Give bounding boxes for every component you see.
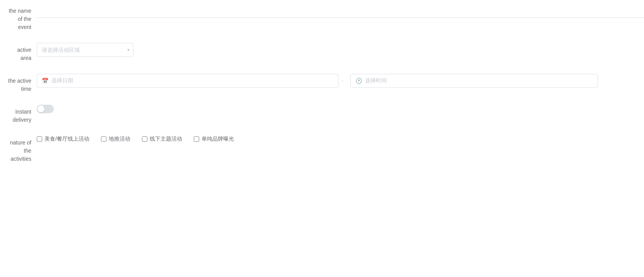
form-container: the name of the event active area 请选择活动区… xyxy=(0,0,644,167)
instant-field xyxy=(37,105,644,113)
time-picker[interactable]: 🕐 选择时间 xyxy=(350,74,598,88)
calendar-icon: 📅 xyxy=(42,78,48,84)
date-separator: - xyxy=(342,78,343,84)
checkbox-brand-label: 单纯品牌曝光 xyxy=(202,136,234,143)
instant-delivery-toggle[interactable] xyxy=(37,105,54,113)
checkbox-item-brand[interactable]: 单纯品牌曝光 xyxy=(194,136,234,143)
name-row: the name of the event xyxy=(0,0,644,35)
checkbox-offline-label: 线下主题活动 xyxy=(150,136,182,143)
area-select[interactable]: 请选择活动区域北京上海广州深圳 xyxy=(37,43,133,57)
checkbox-ground-label: 地推活动 xyxy=(109,136,130,143)
nature-label: nature of the activities xyxy=(0,136,37,163)
checkbox-item-ground[interactable]: 地推活动 xyxy=(101,136,130,143)
instant-label: instant delivery xyxy=(0,105,37,124)
datetime-label: the active time xyxy=(0,74,37,93)
datetime-row: the active time 📅 选择日期 - 🕐 选择时间 xyxy=(0,70,644,97)
area-row: active area 请选择活动区域北京上海广州深圳 ▾ xyxy=(0,39,644,66)
event-name-input[interactable] xyxy=(37,4,644,18)
checkbox-food-label: 美食/餐厅线上活动 xyxy=(44,136,89,143)
instant-row: instant delivery xyxy=(0,101,644,128)
checkbox-offline[interactable] xyxy=(142,136,147,142)
checkbox-brand[interactable] xyxy=(194,136,199,142)
nature-row: nature of the activities 美食/餐厅线上活动 地推活动 … xyxy=(0,132,644,167)
clock-icon: 🕐 xyxy=(355,78,362,84)
checkbox-food[interactable] xyxy=(37,136,42,142)
time-placeholder-text: 选择时间 xyxy=(365,77,387,84)
activity-type-group: 美食/餐厅线上活动 地推活动 线下主题活动 单纯品牌曝光 xyxy=(37,136,234,143)
area-field: 请选择活动区域北京上海广州深圳 ▾ xyxy=(37,43,644,57)
name-field xyxy=(37,4,644,18)
datetime-field: 📅 选择日期 - 🕐 选择时间 xyxy=(37,74,644,88)
nature-field: 美食/餐厅线上活动 地推活动 线下主题活动 单纯品牌曝光 xyxy=(37,136,644,143)
checkbox-item-offline[interactable]: 线下主题活动 xyxy=(142,136,182,143)
toggle-slider xyxy=(37,105,54,113)
name-label: the name of the event xyxy=(0,4,37,31)
checkbox-ground[interactable] xyxy=(101,136,106,142)
date-placeholder-text: 选择日期 xyxy=(51,77,73,84)
area-label: active area xyxy=(0,43,37,62)
checkbox-item-food[interactable]: 美食/餐厅线上活动 xyxy=(37,136,89,143)
date-picker[interactable]: 📅 选择日期 xyxy=(37,74,338,88)
area-select-wrapper: 请选择活动区域北京上海广州深圳 ▾ xyxy=(37,43,133,57)
